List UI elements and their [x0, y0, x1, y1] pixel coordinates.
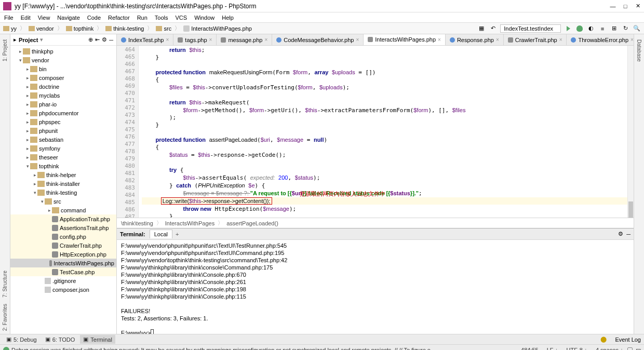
bottom-tab-terminal[interactable]: ▣Terminal: [80, 335, 115, 344]
tree-item-interactswithpages-php[interactable]: InteractsWithPages.php: [10, 259, 116, 267]
project-tool-tab[interactable]: 1: Project: [1, 36, 9, 64]
tree-item-symfony[interactable]: ▸symfony: [10, 144, 116, 153]
tree-arrow-icon[interactable]: ▸: [25, 84, 30, 89]
tree-arrow-icon[interactable]: ▾: [32, 190, 37, 195]
tree-item-src[interactable]: ▾src: [10, 197, 116, 206]
tree-item-bin[interactable]: ▸bin: [10, 64, 116, 73]
menu-navigate[interactable]: Navigate: [57, 15, 79, 21]
menu-vcs[interactable]: VCS: [176, 15, 187, 21]
scrollbar-thumb[interactable]: [628, 201, 633, 218]
crumb-item[interactable]: yy: [3, 25, 17, 32]
terminal-add-button[interactable]: +: [176, 231, 179, 237]
code-editor[interactable]: return $this; } protected function makeR…: [139, 46, 627, 218]
tree-item-assertionstrait-php[interactable]: AssertionsTrait.php: [10, 223, 116, 232]
tree-arrow-icon[interactable]: ▾: [39, 199, 45, 204]
structure-tool-tab[interactable]: 7: Structure: [1, 267, 9, 301]
sidebar-target-icon[interactable]: ⊕: [88, 36, 93, 43]
tree-item-applicationtrait-php[interactable]: ApplicationTrait.php: [10, 214, 116, 223]
tree-arrow-icon[interactable]: ▸: [32, 181, 37, 186]
nav-back-icon[interactable]: ↶: [489, 24, 497, 33]
crumb-item[interactable]: InteractsWithPages.php: [183, 25, 252, 32]
sidebar-gear-icon[interactable]: ⚙: [102, 36, 107, 43]
tree-item-sebastian[interactable]: ▸sebastian: [10, 135, 116, 144]
menu-refactor[interactable]: Refactor: [108, 15, 130, 21]
tab-close-icon[interactable]: ×: [496, 37, 499, 43]
debug-button[interactable]: [575, 24, 584, 33]
tree-item-config-php[interactable]: config.php: [10, 232, 116, 241]
code-crumb[interactable]: \think\testing: [121, 220, 153, 226]
tree-arrow-icon[interactable]: ▾: [25, 164, 30, 169]
terminal-gear-icon[interactable]: ⚙: [618, 231, 623, 237]
tree-item-myclabs[interactable]: ▸myclabs: [10, 91, 116, 100]
status-corner-icon[interactable]: ▭: [636, 346, 641, 350]
tree-arrow-icon[interactable]: ▾: [18, 58, 23, 63]
event-log-button[interactable]: Event Log: [615, 336, 641, 343]
tree-item-theseer[interactable]: ▸theseer: [10, 153, 116, 161]
sidebar-hide-icon[interactable]: ─: [109, 37, 113, 43]
tab-close-icon[interactable]: ×: [356, 37, 359, 43]
nav-icon[interactable]: ▦: [477, 24, 486, 33]
menu-code[interactable]: Code: [87, 15, 101, 21]
sidebar-dropdown-icon[interactable]: ▾: [40, 36, 43, 43]
coverage-button[interactable]: ◐: [587, 24, 595, 33]
tree-arrow-icon[interactable]: ▸: [25, 93, 30, 98]
stop-button[interactable]: ■: [598, 24, 607, 33]
run-config-dropdown[interactable]: IndexTest.testIndex: [500, 24, 561, 33]
terminal-hide-icon[interactable]: ─: [626, 231, 630, 237]
tree-arrow-icon[interactable]: ▸: [18, 49, 23, 54]
file-tab-interactswithpages-php[interactable]: InteractsWithPages.php×: [364, 34, 446, 46]
tab-close-icon[interactable]: ×: [559, 37, 562, 43]
file-tab-tags-php[interactable]: tags.php×: [173, 34, 217, 46]
crumb-item[interactable]: vendor: [29, 25, 54, 32]
tree-arrow-icon[interactable]: ▸: [25, 75, 30, 80]
update-button[interactable]: ↻: [621, 24, 629, 33]
tree-item-testcase-php[interactable]: TestCase.php: [10, 267, 116, 276]
tree-arrow-icon[interactable]: ▸: [25, 146, 30, 151]
crumb-item[interactable]: topthink: [66, 25, 94, 32]
tree-arrow-icon[interactable]: ▸: [25, 111, 30, 116]
bottom-tab-6-todo[interactable]: ▣6: TODO: [42, 335, 78, 344]
editor-scrollbar[interactable]: [627, 46, 634, 218]
tree-item-crawlertrait-php[interactable]: CrawlerTrait.php: [10, 241, 116, 250]
status-encoding[interactable]: UTF-8 ÷: [567, 347, 587, 351]
file-tab-indextest-php[interactable]: IndexTest.php×: [117, 34, 173, 46]
tree-item-doctrine[interactable]: ▸doctrine: [10, 82, 116, 91]
tree-item-phpdocumentor[interactable]: ▸phpdocumentor: [10, 109, 116, 117]
close-button[interactable]: ✕: [635, 3, 641, 9]
file-tab-response-php[interactable]: Response.php×: [446, 34, 504, 46]
tree-item-composer-json[interactable]: composer.json: [10, 285, 116, 294]
project-tree[interactable]: ▸thinkphp▾vendor▸bin▸composer▸doctrine▸m…: [10, 46, 116, 334]
bottom-tab-5-debug[interactable]: ▣5: Debug: [3, 335, 40, 344]
tab-close-icon[interactable]: ×: [166, 37, 169, 43]
status-indent[interactable]: 4 spaces ÷: [596, 347, 623, 351]
tree-item-phpunit[interactable]: ▸phpunit: [10, 126, 116, 135]
terminal-tab-local[interactable]: Local: [150, 230, 172, 238]
tree-arrow-icon[interactable]: ▸: [25, 137, 30, 142]
menu-run[interactable]: Run: [137, 15, 147, 21]
tree-item-think-testing[interactable]: ▾think-testing: [10, 188, 116, 197]
tree-item-thinkphp[interactable]: ▸thinkphp: [10, 47, 116, 56]
tab-close-icon[interactable]: ×: [438, 37, 441, 43]
menu-file[interactable]: File: [4, 15, 14, 21]
lock-icon[interactable]: [627, 347, 633, 351]
minimize-button[interactable]: —: [610, 3, 616, 9]
favorites-tool-tab[interactable]: 2: Favorites: [1, 301, 9, 334]
maximize-button[interactable]: □: [622, 3, 628, 9]
tree-item-composer[interactable]: ▸composer: [10, 73, 116, 82]
tree-arrow-icon[interactable]: ▸: [47, 208, 52, 213]
tree-item-phar-io[interactable]: ▸phar-io: [10, 100, 116, 109]
sidebar-collapse-icon[interactable]: ⇤: [95, 36, 100, 43]
crumb-item[interactable]: src: [156, 25, 171, 32]
tree-item-phpspec[interactable]: ▸phpspec: [10, 117, 116, 126]
tree-arrow-icon[interactable]: ▸: [25, 102, 30, 107]
tab-close-icon[interactable]: ×: [264, 37, 267, 43]
menu-window[interactable]: Window: [194, 15, 214, 21]
tree-item-command[interactable]: ▸command: [10, 206, 116, 214]
search-button[interactable]: 🔍: [633, 24, 641, 33]
sidebar-expand-icon[interactable]: ▸: [14, 36, 17, 43]
tree-arrow-icon[interactable]: ▸: [25, 155, 30, 160]
file-tab-throwableerror-php[interactable]: ThrowableError.php×: [567, 34, 634, 46]
tree-arrow-icon[interactable]: ▸: [32, 172, 37, 178]
tree-arrow-icon[interactable]: ▸: [25, 119, 30, 125]
tree-item-topthink[interactable]: ▾topthink: [10, 161, 116, 170]
